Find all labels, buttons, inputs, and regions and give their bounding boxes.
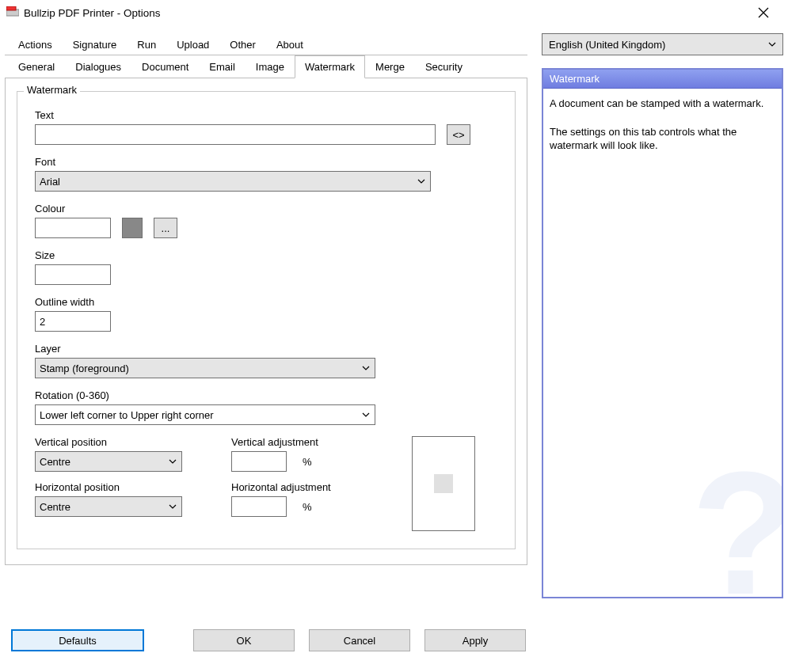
tab-strip-bottom: GeneralDialoguesDocumentEmailImageWaterm… <box>5 55 527 78</box>
defaults-button[interactable]: Defaults <box>11 629 144 651</box>
tab-signature[interactable]: Signature <box>63 33 128 55</box>
tab-about[interactable]: About <box>266 33 314 55</box>
close-button[interactable] <box>745 0 782 25</box>
vadj-label: Vertical adjustment <box>231 436 374 448</box>
language-value: English (United Kingdom) <box>549 39 665 51</box>
chevron-down-icon <box>417 177 425 185</box>
help-body: A document can be stamped with a waterma… <box>543 89 782 597</box>
colour-input[interactable] <box>35 218 111 238</box>
help-panel: Watermark A document can be stamped with… <box>542 68 783 598</box>
colour-swatch[interactable] <box>122 218 143 238</box>
hadj-input[interactable] <box>231 496 287 517</box>
vpos-value: Centre <box>40 456 70 468</box>
apply-button[interactable]: Apply <box>424 629 526 651</box>
chevron-down-icon <box>169 457 177 465</box>
rotation-value: Lower left corner to Upper right corner <box>40 409 214 421</box>
tab-image[interactable]: Image <box>246 55 295 78</box>
svg-rect-1 <box>6 6 16 10</box>
ok-button[interactable]: OK <box>193 629 295 651</box>
tab-upload[interactable]: Upload <box>166 33 219 55</box>
text-input[interactable] <box>35 124 436 145</box>
font-combo[interactable]: Arial <box>35 171 431 192</box>
help-text-2: The settings on this tab controls what t… <box>550 125 775 153</box>
chevron-down-icon <box>169 503 177 511</box>
outline-input[interactable] <box>35 311 111 332</box>
rotation-combo[interactable]: Lower left corner to Upper right corner <box>35 404 375 425</box>
tab-merge[interactable]: Merge <box>365 55 415 78</box>
hpos-combo[interactable]: Centre <box>35 496 182 517</box>
tab-general[interactable]: General <box>8 55 65 78</box>
chevron-down-icon <box>362 364 370 372</box>
vpos-combo[interactable]: Centre <box>35 451 182 472</box>
title-bar: Bullzip PDF Printer - Options <box>0 0 788 25</box>
tab-watermark[interactable]: Watermark <box>295 55 365 78</box>
hpos-label: Horizontal position <box>35 481 209 493</box>
watermark-fieldset: Watermark Text <> Font Arial <box>17 91 516 549</box>
colour-label: Colour <box>35 203 497 215</box>
outline-label: Outline width <box>35 296 497 308</box>
help-title: Watermark <box>543 70 782 89</box>
tab-email[interactable]: Email <box>199 55 246 78</box>
macro-button[interactable]: <> <box>447 124 470 145</box>
vpos-label: Vertical position <box>35 436 209 448</box>
tab-document[interactable]: Document <box>131 55 199 78</box>
hadj-label: Horizontal adjustment <box>231 481 374 493</box>
layer-label: Layer <box>35 343 497 355</box>
tab-dialogues[interactable]: Dialogues <box>65 55 131 78</box>
preview-inner <box>434 474 453 493</box>
cancel-button[interactable]: Cancel <box>309 629 410 651</box>
window-title: Bullzip PDF Printer - Options <box>24 7 745 19</box>
percent-label: % <box>303 456 312 468</box>
help-text-1: A document can be stamped with a waterma… <box>550 97 775 111</box>
rotation-label: Rotation (0-360) <box>35 389 497 401</box>
layer-combo[interactable]: Stamp (foreground) <box>35 358 375 378</box>
vadj-input[interactable] <box>231 451 287 472</box>
chevron-down-icon <box>768 40 776 48</box>
fieldset-legend: Watermark <box>24 84 80 96</box>
text-label: Text <box>35 109 497 121</box>
language-combo[interactable]: English (United Kingdom) <box>542 33 783 55</box>
size-input[interactable] <box>35 264 111 285</box>
tab-security[interactable]: Security <box>415 55 473 78</box>
tab-other[interactable]: Other <box>219 33 266 55</box>
tab-run[interactable]: Run <box>127 33 166 55</box>
font-value: Arial <box>40 176 60 188</box>
hpos-value: Centre <box>40 501 70 513</box>
tab-panel-watermark: Watermark Text <> Font Arial <box>5 78 527 565</box>
chevron-down-icon <box>362 411 370 419</box>
tab-strip-top: ActionsSignatureRunUploadOtherAbout <box>5 33 527 55</box>
layer-value: Stamp (foreground) <box>40 363 129 374</box>
colour-browse-button[interactable]: ... <box>154 218 177 238</box>
font-label: Font <box>35 156 497 168</box>
tab-actions[interactable]: Actions <box>8 33 63 55</box>
preview-box <box>412 436 475 531</box>
app-icon <box>6 6 19 19</box>
percent-label: % <box>303 501 312 513</box>
size-label: Size <box>35 249 497 261</box>
question-mark-icon: ? <box>691 446 783 598</box>
